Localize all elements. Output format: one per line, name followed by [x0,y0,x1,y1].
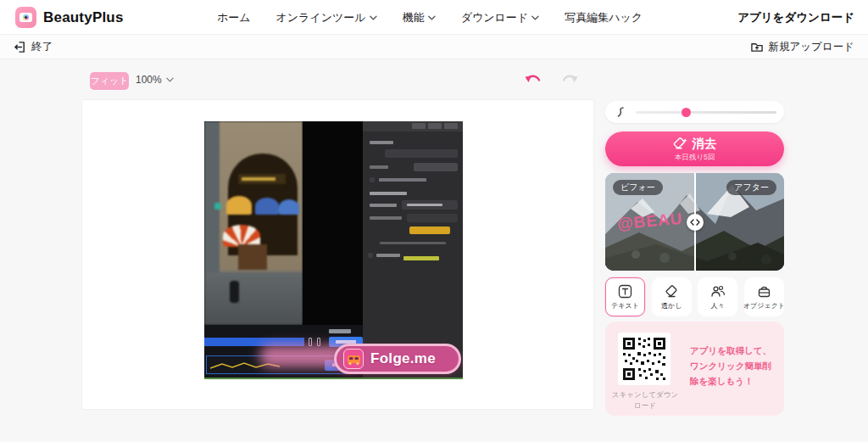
qr-scan-caption: スキャンしてダウンロード [609,389,682,411]
eraser-icon [665,284,679,299]
nav-item-home[interactable]: ホーム [217,10,251,25]
editor-content: フィット 100% [0,59,868,442]
tool-people-button[interactable]: 人々 [698,277,737,316]
canvas-image[interactable]: Folge.me [204,121,463,379]
nav-item-online-tools[interactable]: オンラインツール [275,10,376,25]
undo-button[interactable] [524,72,542,87]
download-app-button[interactable]: アプリをダウンロード [737,0,854,35]
zoom-level-select[interactable]: 100% [136,74,174,86]
tool-object-button[interactable]: オブジェクト [744,277,784,316]
after-label: アフター [726,180,776,195]
compare-handle[interactable] [687,214,704,231]
nav-item-features[interactable]: 機能 [403,10,436,25]
text-icon [618,284,632,299]
chevron-down-icon [370,15,377,20]
slider-track[interactable] [636,111,776,114]
chevron-down-icon [166,77,174,82]
brush-slider-thumb[interactable] [682,108,691,117]
removal-tools-row: テキスト 透かし 人々 オブジェクト [605,277,784,317]
qr-code [618,333,670,385]
main-nav: ホーム オンラインツール 機能 ダウンロード 写真編集ハック [217,0,643,35]
tool-watermark-button[interactable]: 透かし [652,277,692,316]
brush-size-icon [615,106,626,118]
zoom-level-value: 100% [136,74,162,86]
image-bottom-strip [204,378,463,379]
chevron-down-icon [531,15,539,20]
fit-zoom-button[interactable]: フィット [90,72,129,90]
editor-panel-graphic [363,121,463,379]
undo-icon [524,72,542,87]
photo-region [204,121,303,325]
editor-toolbar-bar: 終了 新規アップロード [0,35,868,59]
video-letterbox-region [303,121,363,325]
object-icon [757,284,771,299]
beautyplus-logo-icon [15,7,36,28]
eraser-sparkle-icon [673,137,687,150]
before-after-compare[interactable]: @BEAU ビフォー アフター [605,173,784,271]
new-upload-button[interactable]: 新規アップロード [750,35,854,59]
erase-remaining-count: 本日残り5回 [605,153,784,163]
top-navbar: BeautyPlus ホーム オンラインツール 機能 ダウンロード 写真編集ハッ… [0,0,868,35]
exit-button[interactable]: 終了 [14,35,53,59]
watermark-text: Folge.me [370,350,436,367]
tool-text-button[interactable]: テキスト [605,277,645,316]
before-label: ビフォー [613,180,663,195]
panel-highlight-text [403,256,439,260]
chevron-down-icon [428,15,436,20]
redo-button[interactable] [560,72,579,87]
panel-yellow-button [409,227,450,234]
people-icon [710,284,726,299]
brush-size-slider[interactable] [605,101,784,123]
canvas-card: Folge.me [81,99,594,410]
qr-promo-text: アプリを取得して、ワンクリック簡単削除を楽しもう！ [690,344,776,389]
upload-icon [750,41,764,53]
folge-logo-icon [343,349,364,369]
compare-arrows-icon [690,219,700,226]
nav-item-download[interactable]: ダウンロード [461,10,540,25]
folge-watermark: Folge.me [334,344,461,374]
brand-name: BeautyPlus [43,9,124,26]
brand[interactable]: BeautyPlus [15,7,124,28]
nav-item-photo-editing-hacks[interactable]: 写真編集ハック [565,10,643,25]
exit-icon [14,41,26,53]
erase-button-label: 消去 [693,136,717,152]
erase-button[interactable]: 消去 本日残り5回 [605,131,784,166]
qr-promo-card: スキャンしてダウンロード アプリを取得して、ワンクリック簡単削除を楽しもう！ [605,322,784,416]
redo-icon [560,72,579,87]
